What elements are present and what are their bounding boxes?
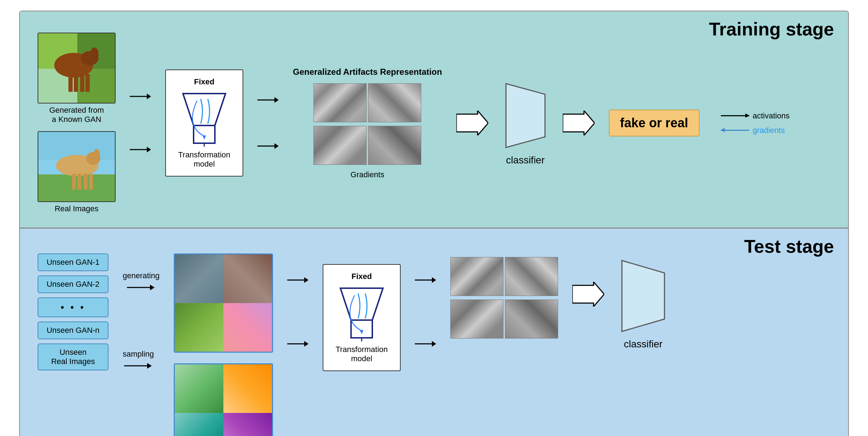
svg-marker-40 bbox=[304, 277, 308, 283]
test-grad-3 bbox=[450, 300, 503, 339]
svg-marker-47 bbox=[432, 277, 436, 283]
svg-rect-20 bbox=[89, 174, 93, 190]
gan2-box: Unseen GAN-2 bbox=[38, 275, 108, 293]
grad-img-4 bbox=[368, 126, 421, 165]
svg-rect-17 bbox=[72, 174, 76, 190]
training-gradients: Generalized Artifacts Representation Gra… bbox=[293, 67, 442, 179]
real-image-label: Real Images bbox=[55, 204, 99, 213]
svg-marker-28 bbox=[202, 135, 206, 140]
svg-rect-18 bbox=[77, 174, 81, 190]
legend: activations gradients bbox=[721, 111, 790, 135]
fake-image-box bbox=[38, 33, 116, 104]
classifier-shape bbox=[502, 80, 549, 151]
arrow1-top bbox=[130, 91, 151, 102]
training-stage: Training stage bbox=[20, 11, 848, 229]
test-img-7 bbox=[175, 413, 223, 436]
test-big-arrow bbox=[572, 282, 604, 307]
test-img-2 bbox=[223, 255, 272, 303]
svg-marker-23 bbox=[147, 94, 151, 99]
test-transform-fixed: Fixed bbox=[351, 272, 372, 281]
svg-rect-9 bbox=[80, 74, 84, 92]
real-image-box bbox=[38, 131, 116, 202]
test-stage: Test stage Unseen GAN-1 Unseen GAN-2 • •… bbox=[20, 229, 848, 436]
funnel-diagram bbox=[176, 90, 233, 147]
test-classifier-label: classifier bbox=[624, 339, 663, 350]
fake-horse-image bbox=[38, 33, 116, 104]
test-grad-1 bbox=[450, 257, 503, 296]
test-funnel-diagram bbox=[333, 285, 390, 341]
gan-list: Unseen GAN-1 Unseen GAN-2 • • • Unseen G… bbox=[38, 253, 108, 370]
training-transform-model: Fixed Transformationmodel bbox=[165, 69, 243, 177]
grad-pair-bottom bbox=[313, 126, 421, 165]
gar-title: Generalized Artifacts Representation bbox=[293, 67, 442, 77]
big-arrow-to-classifier bbox=[456, 111, 488, 135]
svg-marker-36 bbox=[150, 285, 155, 290]
test-img-1 bbox=[175, 255, 223, 303]
test-img-4 bbox=[223, 303, 272, 352]
test-arrow-bottom bbox=[287, 339, 308, 349]
real-horse-image bbox=[38, 132, 116, 202]
svg-marker-45 bbox=[360, 330, 363, 334]
training-classifier-label: classifier bbox=[506, 155, 545, 166]
svg-marker-33 bbox=[456, 111, 488, 135]
svg-rect-10 bbox=[85, 74, 90, 92]
training-classifier: classifier bbox=[502, 80, 549, 166]
svg-marker-25 bbox=[147, 147, 151, 152]
test-real-images bbox=[174, 363, 273, 436]
test-img-3 bbox=[175, 303, 223, 352]
test-classifier-shape bbox=[618, 257, 668, 335]
main-diagram: Training stage bbox=[19, 11, 849, 436]
gradients-label: Gradients bbox=[351, 170, 384, 179]
test-img-5 bbox=[175, 364, 223, 413]
svg-point-21 bbox=[94, 149, 100, 160]
training-transform-label: Transformationmodel bbox=[178, 150, 230, 169]
gann-box: Unseen GAN-n bbox=[38, 322, 108, 339]
generating-arrow bbox=[127, 282, 155, 293]
grad-img-3 bbox=[313, 126, 367, 165]
svg-rect-8 bbox=[74, 74, 78, 92]
svg-rect-13 bbox=[38, 174, 116, 202]
activations-arrow-icon bbox=[721, 115, 749, 116]
fake-image-label: Generated froma Known GAN bbox=[49, 106, 104, 124]
test-title: Test stage bbox=[744, 236, 834, 257]
sampling-label: sampling bbox=[123, 350, 154, 359]
fake-image-item: Generated froma Known GAN bbox=[38, 33, 116, 124]
test-fake-images bbox=[174, 253, 273, 353]
test-grad-2 bbox=[505, 257, 558, 296]
training-input-images: Generated froma Known GAN bbox=[38, 33, 116, 213]
grad-img-1 bbox=[313, 83, 367, 122]
training-transform-fixed: Fixed bbox=[194, 77, 214, 86]
arrow2-bottom bbox=[257, 141, 279, 151]
test-transform-model: Fixed Transformationmodel bbox=[323, 264, 401, 371]
real-box: UnseenReal Images bbox=[38, 343, 108, 370]
gradients-arrow-icon bbox=[721, 130, 749, 131]
gradients-legend-label: gradients bbox=[753, 126, 785, 135]
arrow2-top bbox=[257, 95, 279, 105]
training-title: Training stage bbox=[709, 18, 834, 40]
big-arrow-to-output bbox=[563, 111, 595, 135]
legend-gradients: gradients bbox=[721, 126, 790, 135]
svg-rect-19 bbox=[84, 174, 88, 190]
legend-activations: activations bbox=[721, 111, 790, 121]
test-transform-label: Transformationmodel bbox=[335, 345, 388, 363]
svg-marker-42 bbox=[304, 341, 308, 347]
test-img-8 bbox=[223, 413, 272, 436]
svg-point-11 bbox=[90, 47, 99, 60]
gan1-box: Unseen GAN-1 bbox=[38, 253, 108, 271]
real-image-item: Real Images bbox=[38, 131, 116, 213]
test-classifier: classifier bbox=[618, 257, 668, 350]
fake-real-output: fake or real bbox=[609, 110, 700, 136]
test-grad-4 bbox=[505, 300, 558, 339]
test-grad-pair-top bbox=[450, 257, 558, 296]
activations-label: activations bbox=[753, 111, 790, 121]
svg-marker-50 bbox=[572, 282, 604, 307]
test-gradients bbox=[450, 257, 558, 339]
generating-label: generating bbox=[123, 271, 160, 280]
grad-img-2 bbox=[368, 83, 421, 122]
svg-rect-7 bbox=[68, 74, 73, 92]
test-img-6 bbox=[223, 364, 272, 413]
svg-marker-30 bbox=[274, 97, 279, 103]
arrow1-bottom bbox=[130, 144, 151, 155]
svg-marker-34 bbox=[563, 111, 595, 135]
grad-pair-top bbox=[313, 83, 421, 122]
